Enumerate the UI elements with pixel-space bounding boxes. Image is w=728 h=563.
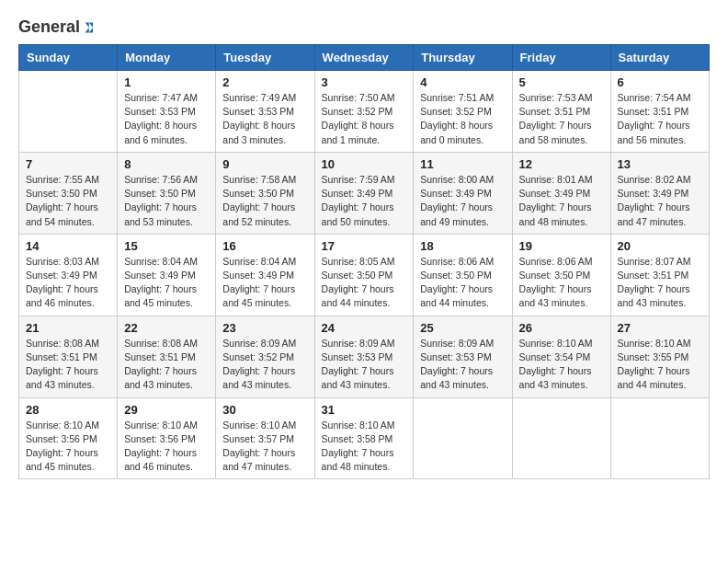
day-number: 13: [618, 157, 702, 171]
calendar-week-row: 21Sunrise: 8:08 AM Sunset: 3:51 PM Dayli…: [19, 316, 710, 397]
day-info: Sunrise: 8:10 AM Sunset: 3:56 PM Dayligh…: [26, 419, 110, 475]
calendar-cell: 18Sunrise: 8:06 AM Sunset: 3:50 PM Dayli…: [414, 234, 512, 316]
day-info: Sunrise: 8:06 AM Sunset: 3:50 PM Dayligh…: [519, 255, 604, 311]
day-number: 15: [124, 239, 209, 253]
day-number: 25: [420, 321, 505, 335]
svg-marker-1: [85, 23, 89, 33]
day-info: Sunrise: 8:07 AM Sunset: 3:51 PM Dayligh…: [618, 255, 702, 311]
calendar-cell: 10Sunrise: 7:59 AM Sunset: 3:49 PM Dayli…: [314, 152, 414, 234]
weekday-header: Sunday: [19, 45, 118, 71]
day-number: 8: [124, 157, 209, 171]
logo: General: [18, 18, 93, 35]
day-number: 28: [26, 403, 110, 417]
day-number: 20: [618, 239, 702, 253]
day-info: Sunrise: 8:10 AM Sunset: 3:56 PM Dayligh…: [124, 419, 209, 475]
weekday-header: Monday: [118, 45, 216, 71]
weekday-header: Friday: [512, 45, 610, 71]
calendar-cell: 19Sunrise: 8:06 AM Sunset: 3:50 PM Dayli…: [512, 234, 610, 316]
day-number: 9: [222, 157, 307, 171]
day-info: Sunrise: 7:47 AM Sunset: 3:53 PM Dayligh…: [124, 91, 209, 147]
calendar-cell: 16Sunrise: 8:04 AM Sunset: 3:49 PM Dayli…: [216, 234, 314, 316]
day-number: 30: [222, 403, 307, 417]
calendar-cell: 5Sunrise: 7:53 AM Sunset: 3:51 PM Daylig…: [512, 71, 610, 153]
weekday-header: Wednesday: [314, 45, 414, 71]
page-header: General: [18, 18, 710, 35]
day-info: Sunrise: 8:04 AM Sunset: 3:49 PM Dayligh…: [222, 255, 307, 311]
calendar-cell: [512, 397, 610, 479]
calendar-table: SundayMondayTuesdayWednesdayThursdayFrid…: [18, 44, 710, 479]
calendar-cell: 9Sunrise: 7:58 AM Sunset: 3:50 PM Daylig…: [216, 152, 314, 234]
day-number: 14: [26, 239, 110, 253]
day-number: 27: [618, 321, 702, 335]
day-info: Sunrise: 8:09 AM Sunset: 3:53 PM Dayligh…: [322, 337, 407, 393]
day-info: Sunrise: 7:49 AM Sunset: 3:53 PM Dayligh…: [222, 91, 307, 147]
day-number: 31: [322, 403, 407, 417]
day-number: 18: [420, 239, 505, 253]
day-info: Sunrise: 8:02 AM Sunset: 3:49 PM Dayligh…: [618, 173, 702, 229]
calendar-cell: 6Sunrise: 7:54 AM Sunset: 3:51 PM Daylig…: [610, 71, 709, 153]
day-info: Sunrise: 8:08 AM Sunset: 3:51 PM Dayligh…: [26, 337, 110, 393]
calendar-cell: 3Sunrise: 7:50 AM Sunset: 3:52 PM Daylig…: [314, 71, 414, 153]
calendar-cell: 14Sunrise: 8:03 AM Sunset: 3:49 PM Dayli…: [19, 234, 118, 316]
weekday-header: Thursday: [414, 45, 512, 71]
day-info: Sunrise: 8:03 AM Sunset: 3:49 PM Dayligh…: [26, 255, 110, 311]
day-number: 11: [420, 157, 505, 171]
day-info: Sunrise: 8:10 AM Sunset: 3:55 PM Dayligh…: [618, 337, 702, 393]
calendar-cell: 31Sunrise: 8:10 AM Sunset: 3:58 PM Dayli…: [314, 397, 414, 479]
calendar-cell: 2Sunrise: 7:49 AM Sunset: 3:53 PM Daylig…: [216, 71, 314, 153]
calendar-header-row: SundayMondayTuesdayWednesdayThursdayFrid…: [19, 45, 710, 71]
day-number: 16: [222, 239, 307, 253]
calendar-cell: 13Sunrise: 8:02 AM Sunset: 3:49 PM Dayli…: [610, 152, 709, 234]
calendar-cell: 22Sunrise: 8:08 AM Sunset: 3:51 PM Dayli…: [118, 316, 216, 397]
calendar-cell: 25Sunrise: 8:09 AM Sunset: 3:53 PM Dayli…: [414, 316, 512, 397]
day-info: Sunrise: 8:09 AM Sunset: 3:53 PM Dayligh…: [420, 337, 505, 393]
day-number: 12: [519, 157, 604, 171]
calendar-cell: 11Sunrise: 8:00 AM Sunset: 3:49 PM Dayli…: [414, 152, 512, 234]
day-info: Sunrise: 8:06 AM Sunset: 3:50 PM Dayligh…: [420, 255, 505, 311]
calendar-week-row: 28Sunrise: 8:10 AM Sunset: 3:56 PM Dayli…: [19, 397, 710, 479]
day-info: Sunrise: 7:56 AM Sunset: 3:50 PM Dayligh…: [124, 173, 209, 229]
day-info: Sunrise: 8:09 AM Sunset: 3:52 PM Dayligh…: [222, 337, 307, 393]
day-info: Sunrise: 7:53 AM Sunset: 3:51 PM Dayligh…: [519, 91, 604, 147]
day-info: Sunrise: 8:08 AM Sunset: 3:51 PM Dayligh…: [124, 337, 209, 393]
day-info: Sunrise: 8:10 AM Sunset: 3:57 PM Dayligh…: [222, 419, 307, 475]
calendar-cell: 29Sunrise: 8:10 AM Sunset: 3:56 PM Dayli…: [118, 397, 216, 479]
logo-general-text: General: [18, 18, 93, 35]
day-number: 23: [222, 321, 307, 335]
day-number: 1: [124, 75, 209, 89]
day-number: 10: [322, 157, 407, 171]
calendar-cell: 30Sunrise: 8:10 AM Sunset: 3:57 PM Dayli…: [216, 397, 314, 479]
calendar-cell: 28Sunrise: 8:10 AM Sunset: 3:56 PM Dayli…: [19, 397, 118, 479]
calendar-cell: 15Sunrise: 8:04 AM Sunset: 3:49 PM Dayli…: [118, 234, 216, 316]
weekday-header: Saturday: [610, 45, 709, 71]
day-info: Sunrise: 8:05 AM Sunset: 3:50 PM Dayligh…: [322, 255, 407, 311]
day-info: Sunrise: 7:51 AM Sunset: 3:52 PM Dayligh…: [420, 91, 505, 147]
day-number: 3: [322, 75, 407, 89]
calendar-cell: 20Sunrise: 8:07 AM Sunset: 3:51 PM Dayli…: [610, 234, 709, 316]
day-number: 7: [26, 157, 110, 171]
calendar-cell: 12Sunrise: 8:01 AM Sunset: 3:49 PM Dayli…: [512, 152, 610, 234]
day-info: Sunrise: 8:01 AM Sunset: 3:49 PM Dayligh…: [519, 173, 604, 229]
calendar-cell: 1Sunrise: 7:47 AM Sunset: 3:53 PM Daylig…: [118, 71, 216, 153]
calendar-cell: 23Sunrise: 8:09 AM Sunset: 3:52 PM Dayli…: [216, 316, 314, 397]
calendar-cell: 26Sunrise: 8:10 AM Sunset: 3:54 PM Dayli…: [512, 316, 610, 397]
day-number: 26: [519, 321, 604, 335]
day-number: 6: [618, 75, 702, 89]
day-number: 17: [322, 239, 407, 253]
calendar-cell: 27Sunrise: 8:10 AM Sunset: 3:55 PM Dayli…: [610, 316, 709, 397]
day-number: 21: [26, 321, 110, 335]
day-number: 19: [519, 239, 604, 253]
calendar-cell: 17Sunrise: 8:05 AM Sunset: 3:50 PM Dayli…: [314, 234, 414, 316]
calendar-week-row: 1Sunrise: 7:47 AM Sunset: 3:53 PM Daylig…: [19, 71, 710, 153]
day-number: 2: [222, 75, 307, 89]
calendar-cell: 24Sunrise: 8:09 AM Sunset: 3:53 PM Dayli…: [314, 316, 414, 397]
day-info: Sunrise: 7:50 AM Sunset: 3:52 PM Dayligh…: [322, 91, 407, 147]
day-info: Sunrise: 7:59 AM Sunset: 3:49 PM Dayligh…: [322, 173, 407, 229]
day-info: Sunrise: 8:00 AM Sunset: 3:49 PM Dayligh…: [420, 173, 505, 229]
day-number: 4: [420, 75, 505, 89]
calendar-cell: 21Sunrise: 8:08 AM Sunset: 3:51 PM Dayli…: [19, 316, 118, 397]
calendar-week-row: 7Sunrise: 7:55 AM Sunset: 3:50 PM Daylig…: [19, 152, 710, 234]
day-number: 5: [519, 75, 604, 89]
calendar-cell: [19, 71, 118, 153]
day-info: Sunrise: 8:04 AM Sunset: 3:49 PM Dayligh…: [124, 255, 209, 311]
